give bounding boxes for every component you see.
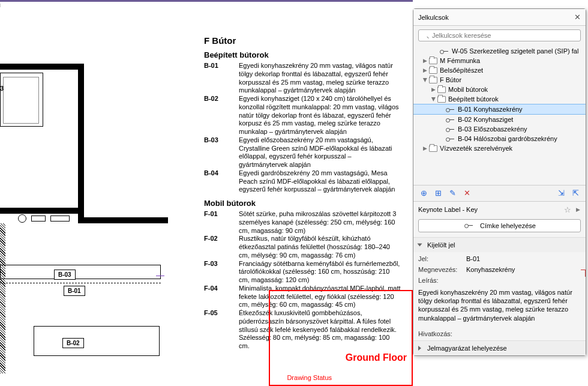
legend-row: F-02Rusztikus, natúr tölgyfából készült,… [204, 235, 402, 259]
folder-icon [429, 67, 437, 74]
folder-icon [437, 86, 446, 93]
tree-item-b01[interactable]: B-01 Konyhaszekrény [413, 104, 586, 115]
field-label-jel: Jel: [418, 255, 466, 262]
legend-key: F-02 [204, 235, 239, 259]
tree-item-w05[interactable]: W-05 Szerkezetileg szigetelt panel (SIP)… [413, 46, 586, 56]
chevron-right-icon[interactable]: ▶ [575, 207, 581, 213]
tree-item-b03[interactable]: B-03 Előszobaszekrény [413, 124, 586, 134]
field-value-meg: Konyhaszekrény [466, 266, 581, 273]
legend-value: Egyedi előszobaszekrény 20 mm vastagságú… [239, 136, 402, 169]
folder-icon [429, 58, 437, 64]
tree-item-mfem[interactable]: ▶M Fémmunka [413, 56, 586, 65]
folder-icon [429, 77, 437, 83]
key-icon [446, 136, 455, 142]
legend-key: F-05 [204, 309, 239, 351]
floorplan: 3 B-03 B-01 B-02 [0, 50, 168, 386]
export-icon[interactable]: ⇲ [557, 189, 565, 198]
legend-key: B-01 [204, 62, 239, 95]
legend-key: F-01 [204, 210, 239, 235]
legend-key: F-04 [204, 285, 239, 309]
key-icon [446, 126, 455, 133]
add-folder-icon[interactable]: ⊞ [434, 189, 442, 198]
tree-item-belso[interactable]: ▶Belsőépítészet [413, 65, 586, 75]
delete-icon[interactable]: ✕ [463, 189, 471, 198]
legend-key: B-03 [204, 136, 239, 169]
keynote-tree[interactable]: W-05 Szerkezetileg szigetelt panel (SIP)… [413, 45, 586, 185]
legend-row: B-03Egyedi előszobaszekrény 20 mm vastag… [204, 136, 402, 169]
room-number: 3 [0, 85, 4, 92]
legend-value: Étkezőszék luxuskivitelű gombbehúzásos, … [239, 309, 402, 351]
legend-section-built: Beépített bútorok [204, 50, 402, 59]
field-label-hiv: Hivatkozás: [418, 330, 466, 337]
add-icon[interactable]: ⊕ [419, 189, 428, 198]
section-jelmag[interactable]: Jelmagyarázat lehelyezése [413, 340, 586, 355]
legend-block: F Bútor Beépített bútorok B-01Egyedi kon… [204, 35, 402, 351]
field-value-leiras: Egyedi konyhaszekrény 20 mm vastag, vilá… [418, 286, 581, 325]
close-icon[interactable]: ✕ [574, 13, 581, 22]
legend-key: B-04 [204, 169, 239, 194]
legend-title: F Bútor [204, 35, 402, 46]
legend-value: Egyedi konyhaszekrény 20 mm vastag, vilá… [239, 62, 402, 95]
keynote-label: Keynote Label - Key [418, 206, 560, 213]
field-label-meg: Megnevezés: [418, 266, 466, 273]
legend-value: Egyedi gardróbszekrény 20 mm vastagságú,… [239, 169, 402, 194]
search-input[interactable] [418, 29, 581, 41]
legend-row: F-03Franciaágy sötétbarna keményfából és… [204, 260, 402, 285]
legend-row: B-02Egyedi konyhasziget (120 x 240 cm) t… [204, 95, 402, 136]
field-value-jel: B-01 [466, 255, 581, 262]
favorite-icon[interactable]: ☆ [564, 205, 571, 214]
tree-item-viz[interactable]: ▶Vízvezeték szerelvények [413, 143, 586, 153]
section-selected[interactable]: Kijelölt jel [413, 237, 586, 252]
legend-row: F-05Étkezőszék luxuskivitelű gombbehúzás… [204, 309, 402, 351]
legend-row: B-04Egyedi gardróbszekrény 20 mm vastags… [204, 169, 402, 194]
field-label-leiras: Leírás: [418, 277, 466, 284]
legend-row: F-01Sötét szürke, puha mikroszálas szöve… [204, 210, 402, 235]
keynotes-panel: Jelkulcsok ✕ W-05 Szerkezetileg szigetel… [413, 8, 586, 356]
edit-icon[interactable]: ✎ [448, 189, 457, 198]
tree-item-b02[interactable]: B-02 Konyhasziget [413, 115, 586, 124]
title-ground-floor: Ground Floor [346, 352, 407, 363]
key-icon [440, 48, 449, 55]
key-icon [464, 222, 474, 229]
legend-row: F-04Minimalista, kompakt dohányzóasztal … [204, 285, 402, 309]
folder-icon [429, 145, 437, 152]
tree-item-fbutor[interactable]: ▶F Bútor [413, 75, 586, 85]
import-icon[interactable]: ⇱ [571, 189, 580, 198]
ruler [0, 4, 413, 7]
key-icon [446, 106, 455, 113]
drawing-canvas[interactable]: 3 B-03 B-01 B-02 F Bútor Beépített bútor… [0, 0, 413, 386]
place-label-button[interactable]: Címke lehelyezése [418, 219, 581, 232]
legend-value: Sötét szürke, puha mikroszálas szövettel… [239, 210, 402, 235]
tree-item-b04[interactable]: B-04 Hálószobai gardróbszekrény [413, 134, 586, 143]
plan-tag-b03[interactable]: B-03 [54, 270, 76, 280]
legend-section-mobile: Mobil bútorok [204, 199, 402, 208]
plan-tag-b01[interactable]: B-01 [64, 286, 85, 296]
legend-row: B-01Egyedi konyhaszekrény 20 mm vastag, … [204, 62, 402, 95]
folder-icon [437, 96, 446, 103]
panel-toolbar: ⊕ ⊞ ✎ ✕ ⇲ ⇱ [413, 185, 586, 202]
key-icon [446, 116, 455, 123]
panel-title: Jelkulcsok [418, 14, 449, 21]
plan-tag-b02[interactable]: B-02 [62, 338, 84, 348]
title-drawing-status: Drawing Status [287, 374, 332, 381]
legend-key: F-03 [204, 260, 239, 285]
tree-item-beep[interactable]: ▶Beépített bútorok [413, 94, 586, 104]
legend-value: Egyedi konyhasziget (120 x 240 cm) tárol… [239, 95, 402, 136]
legend-value: Minimalista, kompakt dohányzóasztal MDF-… [239, 285, 402, 309]
tree-item-mobil[interactable]: ▶Mobil bútorok [413, 85, 586, 94]
legend-value: Rusztikus, natúr tölgyfából készült, kih… [239, 235, 402, 259]
legend-value: Franciaágy sötétbarna keményfából és fur… [239, 260, 402, 285]
legend-key: B-02 [204, 95, 239, 136]
